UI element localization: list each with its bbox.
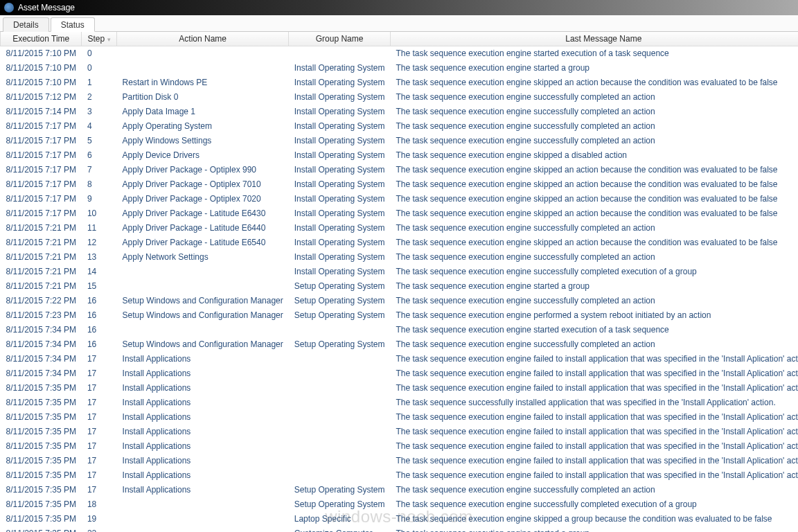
table-row[interactable]: 8/11/2015 7:10 PM0The task sequence exec… [1,46,799,61]
cell-action [117,323,289,337]
table-row[interactable]: 8/11/2015 7:17 PM8Apply Driver Package -… [1,177,799,192]
cell-message: The task sequence execution engine skipp… [390,192,798,206]
table-row[interactable]: 8/11/2015 7:17 PM5Apply Windows Settings… [1,134,799,148]
cell-message: The task sequence execution engine succe… [390,90,798,105]
cell-group: Install Operating System [289,236,391,250]
cell-action: Apply Driver Package - Latitude E6540 [117,236,289,250]
cell-action: Install Applications [117,381,289,396]
cell-time: 8/11/2015 7:34 PM [1,323,82,337]
cell-step: 16 [82,294,117,308]
col-header-action[interactable]: Action Name [117,32,289,46]
cell-message: The task sequence execution engine faile… [390,454,798,468]
cell-message: The task sequence execution engine succe… [390,337,798,352]
cell-message: The task sequence execution engine faile… [390,468,798,483]
table-row[interactable]: 8/11/2015 7:22 PM16Setup Windows and Con… [1,294,799,308]
col-header-message[interactable]: Last Message Name [390,32,798,46]
table-row[interactable]: 8/11/2015 7:35 PM17Install ApplicationsS… [1,483,799,497]
cell-message: The task sequence execution engine skipp… [390,206,798,221]
table-row[interactable]: 8/11/2015 7:35 PM17Install ApplicationsT… [1,410,799,425]
cell-group [289,425,391,439]
cell-action: Partition Disk 0 [117,90,289,105]
table-row[interactable]: 8/11/2015 7:21 PM12Apply Driver Package … [1,236,799,250]
table-row[interactable]: 8/11/2015 7:10 PM1Restart in Windows PEI… [1,76,799,90]
cell-time: 8/11/2015 7:34 PM [1,337,82,352]
table-row[interactable]: 8/11/2015 7:23 PM16Setup Windows and Con… [1,308,799,323]
cell-time: 8/11/2015 7:17 PM [1,192,82,206]
cell-step: 7 [82,163,117,177]
table-row[interactable]: 8/11/2015 7:21 PM13Apply Network Setting… [1,250,799,265]
cell-group: Install Operating System [289,206,391,221]
cell-message: The task sequence execution engine succe… [390,265,798,279]
cell-step: 9 [82,192,117,206]
table-row[interactable]: 8/11/2015 7:35 PM17Install ApplicationsT… [1,439,799,454]
cell-group [289,439,391,454]
cell-time: 8/11/2015 7:35 PM [1,425,82,439]
cell-group: Install Operating System [289,61,391,76]
col-header-step[interactable]: Step [82,32,117,46]
tab-details[interactable]: Details [3,17,49,32]
table-row[interactable]: 8/11/2015 7:34 PM16Setup Windows and Con… [1,337,799,352]
cell-step: 8 [82,177,117,192]
cell-step: 10 [82,206,117,221]
col-header-time[interactable]: Execution Time [1,32,82,46]
table-row[interactable]: 8/11/2015 7:34 PM17Install ApplicationsT… [1,352,799,366]
cell-group: Setup Operating System [289,279,391,294]
cell-time: 8/11/2015 7:21 PM [1,250,82,265]
cell-action: Apply Driver Package - Optiplex 7020 [117,192,289,206]
table-row[interactable]: 8/11/2015 7:21 PM14Install Operating Sys… [1,265,799,279]
table-row[interactable]: 8/11/2015 7:35 PM22Customize ComputerThe… [1,526,799,533]
cell-time: 8/11/2015 7:35 PM [1,483,82,497]
table-row[interactable]: 8/11/2015 7:17 PM9Apply Driver Package -… [1,192,799,206]
tab-status[interactable]: Status [51,17,95,32]
cell-time: 8/11/2015 7:17 PM [1,148,82,163]
cell-time: 8/11/2015 7:35 PM [1,439,82,454]
cell-message: The task sequence execution engine succe… [390,134,798,148]
cell-time: 8/11/2015 7:35 PM [1,396,82,410]
table-row[interactable]: 8/11/2015 7:35 PM19Laptop SpecificThe ta… [1,512,799,526]
cell-time: 8/11/2015 7:12 PM [1,90,82,105]
table-row[interactable]: 8/11/2015 7:17 PM6Apply Device DriversIn… [1,148,799,163]
cell-group: Install Operating System [289,163,391,177]
table-row[interactable]: 8/11/2015 7:10 PM0Install Operating Syst… [1,61,799,76]
cell-step: 17 [82,483,117,497]
cell-group [289,366,391,381]
cell-time: 8/11/2015 7:21 PM [1,265,82,279]
table-row[interactable]: 8/11/2015 7:35 PM18Setup Operating Syste… [1,497,799,512]
table-row[interactable]: 8/11/2015 7:17 PM10Apply Driver Package … [1,206,799,221]
cell-group: Install Operating System [289,76,391,90]
cell-step: 16 [82,308,117,323]
cell-message: The task sequence execution engine start… [390,61,798,76]
window-title: Asset Message [18,3,75,12]
col-header-group[interactable]: Group Name [289,32,391,46]
table-row[interactable]: 8/11/2015 7:35 PM17Install ApplicationsT… [1,381,799,396]
cell-time: 8/11/2015 7:23 PM [1,308,82,323]
cell-group [289,396,391,410]
table-row[interactable]: 8/11/2015 7:35 PM17Install ApplicationsT… [1,425,799,439]
cell-message: The task sequence execution engine start… [390,526,798,533]
cell-group: Setup Operating System [289,497,391,512]
cell-action: Apply Windows Settings [117,134,289,148]
cell-message: The task sequence execution engine skipp… [390,148,798,163]
cell-group: Install Operating System [289,221,391,236]
cell-time: 8/11/2015 7:35 PM [1,497,82,512]
table-row[interactable]: 8/11/2015 7:34 PM17Install ApplicationsT… [1,366,799,381]
table-row[interactable]: 8/11/2015 7:21 PM15Setup Operating Syste… [1,279,799,294]
cell-message: The task sequence execution engine skipp… [390,512,798,526]
table-row[interactable]: 8/11/2015 7:14 PM3Apply Data Image 1Inst… [1,105,799,119]
cell-group [289,410,391,425]
table-row[interactable]: 8/11/2015 7:12 PM2Partition Disk 0Instal… [1,90,799,105]
table-row[interactable]: 8/11/2015 7:34 PM16The task sequence exe… [1,323,799,337]
cell-message: The task sequence execution engine succe… [390,294,798,308]
cell-message: The task sequence execution engine faile… [390,410,798,425]
table-row[interactable]: 8/11/2015 7:35 PM17Install ApplicationsT… [1,396,799,410]
cell-group: Customize Computer [289,526,391,533]
table-row[interactable]: 8/11/2015 7:17 PM7Apply Driver Package -… [1,163,799,177]
table-row[interactable]: 8/11/2015 7:35 PM17Install ApplicationsT… [1,468,799,483]
status-table-container[interactable]: Execution Time Step Action Name Group Na… [0,32,798,532]
cell-action: Apply Device Drivers [117,148,289,163]
table-row[interactable]: 8/11/2015 7:21 PM11Apply Driver Package … [1,221,799,236]
table-row[interactable]: 8/11/2015 7:17 PM4Apply Operating System… [1,119,799,134]
cell-step: 22 [82,526,117,533]
cell-group: Install Operating System [289,250,391,265]
table-row[interactable]: 8/11/2015 7:35 PM17Install ApplicationsT… [1,454,799,468]
